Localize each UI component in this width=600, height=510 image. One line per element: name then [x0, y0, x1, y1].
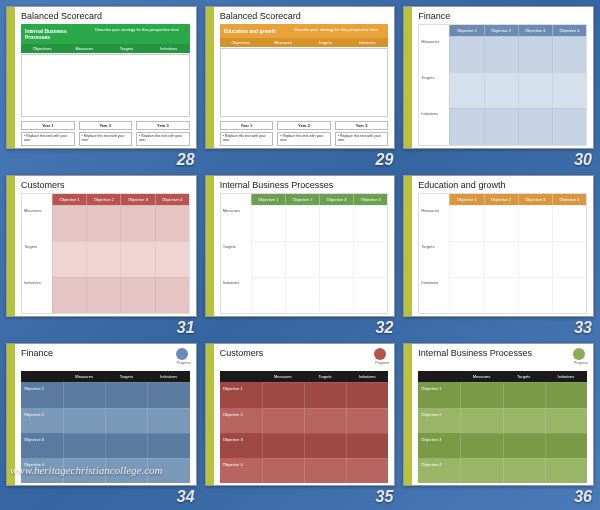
row-label: Objective 4	[21, 458, 63, 483]
row-label: Objective 1	[220, 382, 262, 407]
table-row: Targets	[419, 241, 586, 277]
corner	[419, 194, 449, 205]
slide-spine	[404, 7, 412, 148]
cell	[262, 382, 304, 407]
cell	[120, 241, 154, 277]
row-label: Targets	[419, 241, 449, 277]
slide-number: 34	[177, 488, 195, 506]
cell	[518, 241, 552, 277]
slide-number: 31	[177, 319, 195, 337]
table-row: Initiatives	[419, 277, 586, 313]
objective-table: Objective 1 Objective 2 Objective 3 Obje…	[21, 193, 190, 315]
cell	[147, 382, 189, 407]
year-box: Year 3	[136, 121, 190, 130]
slide-cell-36: Internal Business Processes Progress Mea…	[403, 343, 594, 504]
col: Initiatives	[147, 371, 189, 382]
cell	[155, 205, 189, 241]
slide-title: Internal Business Processes	[418, 348, 587, 358]
slide-body: Customers Objective 1 Objective 2 Object…	[15, 176, 196, 317]
slide-number: 33	[574, 319, 592, 337]
banner-left: Internal Business Processes	[25, 28, 89, 40]
block-row: Objective 3	[418, 433, 587, 458]
slide-thumbnail-36[interactable]: Internal Business Processes Progress Mea…	[403, 343, 594, 486]
row-label: Objective 1	[21, 382, 63, 407]
slide-cell-32: Internal Business Processes Objective 1 …	[205, 175, 396, 336]
cell	[353, 277, 387, 313]
cell	[484, 72, 518, 108]
row-label: Measures	[419, 36, 449, 72]
slide-body: Customers Progress Measures Targets Init…	[214, 344, 395, 485]
cell	[319, 205, 353, 241]
cell	[52, 277, 86, 313]
slide-body: Internal Business Processes Objective 1 …	[214, 176, 395, 317]
dot-label: Progress	[177, 361, 191, 365]
slide-sorter-grid: Balanced Scorecard Internal Business Pro…	[0, 0, 600, 510]
table-row: Initiatives	[419, 108, 586, 144]
perspective-banner: Education and growth Describe your strat…	[220, 24, 389, 38]
cell	[545, 458, 587, 483]
table-row: Measures	[22, 205, 189, 241]
cell	[120, 277, 154, 313]
row-label: Objective 2	[418, 408, 460, 433]
slide-thumbnail-28[interactable]: Balanced Scorecard Internal Business Pro…	[6, 6, 197, 149]
slide-thumbnail-29[interactable]: Balanced Scorecard Education and growth …	[205, 6, 396, 149]
table-head: Objective 1 Objective 2 Objective 3 Obje…	[419, 194, 586, 205]
slide-thumbnail-30[interactable]: Finance Objective 1 Objective 2 Objectiv…	[403, 6, 594, 149]
cell	[552, 36, 586, 72]
block-row: Objective 4	[21, 458, 190, 483]
cell	[518, 72, 552, 108]
col: Measures	[63, 44, 105, 53]
cell	[63, 408, 105, 433]
cell	[304, 408, 346, 433]
slide-thumbnail-34[interactable]: Finance Progress Measures Targets Initia…	[6, 343, 197, 486]
cell	[460, 382, 502, 407]
slide-title: Education and growth	[418, 180, 587, 190]
table-head: Objective 1 Objective 2 Objective 3 Obje…	[22, 194, 189, 205]
slide-cell-33: Education and growth Objective 1 Objecti…	[403, 175, 594, 336]
slide-cell-29: Balanced Scorecard Education and growth …	[205, 6, 396, 167]
slide-thumbnail-31[interactable]: Customers Objective 1 Objective 2 Object…	[6, 175, 197, 318]
replace-box: • Replace this text with your own	[220, 132, 274, 146]
black-header: Measures Targets Initiatives	[418, 371, 587, 382]
cell	[484, 36, 518, 72]
cell	[155, 241, 189, 277]
header-row: Objectives Measures Targets Initiatives	[21, 44, 190, 53]
cell	[63, 382, 105, 407]
col: Objective 2	[86, 194, 120, 205]
block-row: Objective 4	[418, 458, 587, 483]
slide-cell-31: Customers Objective 1 Objective 2 Object…	[6, 175, 197, 336]
slide-thumbnail-33[interactable]: Education and growth Objective 1 Objecti…	[403, 175, 594, 318]
cell	[518, 205, 552, 241]
cell	[460, 408, 502, 433]
slide-cell-28: Balanced Scorecard Internal Business Pro…	[6, 6, 197, 167]
slide-title: Balanced Scorecard	[220, 11, 389, 21]
header-row: Objectives Measures Targets Initiatives	[220, 38, 389, 47]
cell	[460, 458, 502, 483]
col: Objective 2	[484, 25, 518, 36]
col: Objective 3	[518, 194, 552, 205]
cell	[484, 205, 518, 241]
cell	[86, 277, 120, 313]
progress-dot-icon	[176, 348, 188, 360]
table-row: Initiatives	[22, 277, 189, 313]
cell	[449, 36, 483, 72]
col: Objective 4	[155, 194, 189, 205]
cell	[52, 205, 86, 241]
slide-number: 36	[574, 488, 592, 506]
slide-body: Finance Progress Measures Targets Initia…	[15, 344, 196, 485]
table-row: Measures	[221, 205, 388, 241]
slide-body: Finance Objective 1 Objective 2 Objectiv…	[412, 7, 593, 148]
cell	[449, 205, 483, 241]
cell	[545, 382, 587, 407]
col: Targets	[503, 371, 545, 382]
block-row: Objective 3	[21, 433, 190, 458]
cell	[52, 241, 86, 277]
block-row: Objective 2	[418, 408, 587, 433]
banner-right: Describe your strategy for this perspect…	[95, 28, 185, 40]
cell	[484, 108, 518, 144]
slide-thumbnail-32[interactable]: Internal Business Processes Objective 1 …	[205, 175, 396, 318]
block-row: Objective 1	[21, 382, 190, 407]
spacer	[21, 371, 63, 382]
slide-thumbnail-35[interactable]: Customers Progress Measures Targets Init…	[205, 343, 396, 486]
cell	[63, 433, 105, 458]
